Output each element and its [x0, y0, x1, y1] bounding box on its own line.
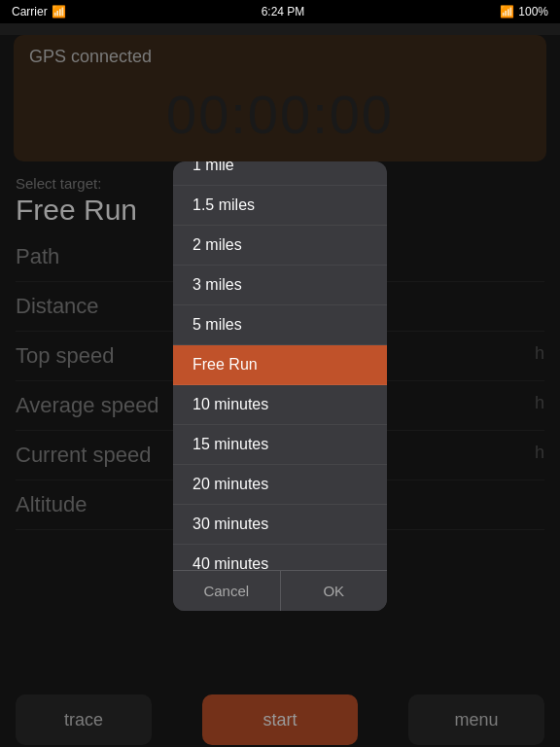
picker-item[interactable]: 5 miles: [173, 305, 387, 345]
picker-item[interactable]: 30 minutes: [173, 505, 387, 545]
picker-item[interactable]: 2 miles: [173, 226, 387, 266]
picker-item[interactable]: 3 miles: [173, 266, 387, 305]
picker-actions: Cancel OK: [173, 570, 387, 611]
wifi-icon: 📶: [52, 5, 66, 18]
picker-cancel-button[interactable]: Cancel: [173, 571, 280, 611]
picker-ok-button[interactable]: OK: [280, 571, 388, 611]
picker-item[interactable]: 20 minutes: [173, 465, 387, 505]
picker-item[interactable]: 1 mile: [173, 161, 387, 186]
status-bar-right: 📶 100%: [500, 5, 548, 18]
status-bar: Carrier 📶 6:24 PM 📶 100%: [0, 0, 560, 23]
picker-list[interactable]: 300 m500 m800 m1 km1.5 km2 km3 km5 km10 …: [173, 161, 387, 570]
picker-overlay: 300 m500 m800 m1 km1.5 km2 km3 km5 km10 …: [0, 35, 560, 747]
picker-item[interactable]: 15 minutes: [173, 425, 387, 465]
picker-item[interactable]: 1.5 miles: [173, 186, 387, 226]
signal-icon: 📶: [500, 5, 514, 18]
picker-item[interactable]: Free Run: [173, 345, 387, 385]
status-bar-left: Carrier 📶: [12, 5, 66, 18]
status-bar-time: 6:24 PM: [262, 5, 305, 18]
picker-item[interactable]: 10 minutes: [173, 385, 387, 425]
carrier-label: Carrier: [12, 5, 48, 18]
main-content: GPS connected 00:00:00 Select target: Fr…: [0, 35, 560, 747]
battery-label: 100%: [518, 5, 548, 18]
picker-container: 300 m500 m800 m1 km1.5 km2 km3 km5 km10 …: [173, 161, 387, 611]
picker-item[interactable]: 40 minutes: [173, 545, 387, 570]
